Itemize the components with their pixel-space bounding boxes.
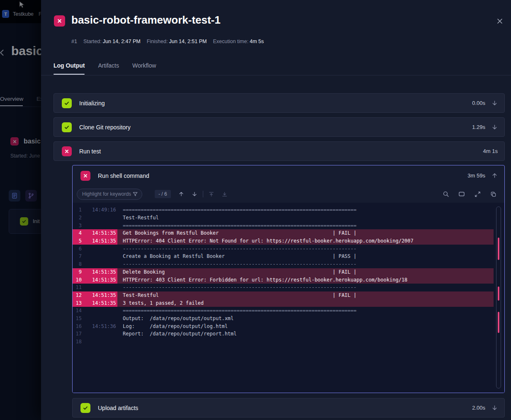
step-label: Clone Git repository bbox=[79, 124, 472, 131]
step-row-clone-git[interactable]: Clone Git repository 1.29s bbox=[54, 117, 505, 137]
fullscreen-icon[interactable] bbox=[473, 189, 482, 199]
expand-arrow-icon[interactable] bbox=[491, 100, 498, 107]
log-line: 914:51:35Delete Booking | FAIL | bbox=[73, 268, 494, 276]
panel-header[interactable]: Run shell command 3m 59s bbox=[73, 165, 504, 186]
success-status-icon bbox=[62, 98, 72, 108]
collapse-arrow-icon[interactable] bbox=[491, 172, 498, 179]
log-line: 2Test-Restful bbox=[73, 214, 494, 222]
success-status-icon bbox=[80, 403, 90, 413]
log-console: 114:49:16===============================… bbox=[73, 203, 504, 393]
step-duration: 1.29s bbox=[472, 124, 485, 130]
step-label: Upload artifacts bbox=[98, 405, 472, 411]
backdrop-overlay[interactable] bbox=[0, 0, 41, 420]
run-shell-command-panel: Run shell command 3m 59s - / 6 bbox=[72, 165, 505, 393]
log-line: 18 bbox=[73, 338, 494, 346]
log-line: 3=======================================… bbox=[73, 221, 494, 229]
error-scroll-marker bbox=[498, 238, 499, 260]
next-match-button[interactable] bbox=[190, 189, 199, 199]
step-duration: 3m 59s bbox=[467, 172, 485, 179]
tab-workflow[interactable]: Workflow bbox=[132, 62, 156, 75]
upload-artifacts-section: Upload artifacts 2.00s bbox=[72, 398, 505, 418]
log-toolbar: - / 6 bbox=[73, 186, 504, 202]
drawer-title: basic-robot-framework-test-1 bbox=[71, 14, 221, 27]
error-status-icon bbox=[80, 171, 90, 181]
error-status-icon bbox=[62, 146, 72, 156]
log-line: 1314:51:353 tests, 1 passed, 2 failed bbox=[73, 299, 494, 307]
log-lines: 114:49:16===============================… bbox=[73, 206, 494, 345]
log-line: 15Output: /data/repo/output/output.xml bbox=[73, 315, 494, 323]
step-label: Run shell command bbox=[98, 172, 467, 179]
log-line: 114:49:16===============================… bbox=[73, 206, 494, 214]
tabs-divider bbox=[41, 75, 511, 75]
execution-error-status-icon bbox=[54, 15, 65, 27]
step-duration: 4m 1s bbox=[483, 148, 498, 154]
log-line: 14======================================… bbox=[73, 307, 494, 315]
prev-match-button[interactable] bbox=[177, 189, 186, 199]
log-line: 17Report: /data/repo/output/report.html bbox=[73, 330, 494, 338]
log-line: 7Create a Booking at Restful Booker | PA… bbox=[73, 252, 494, 260]
step-duration: 2.00s bbox=[472, 405, 485, 411]
expand-arrow-icon[interactable] bbox=[491, 405, 498, 411]
log-line: 8---------------------------------------… bbox=[73, 260, 494, 268]
highlight-input[interactable] bbox=[82, 191, 132, 197]
error-scroll-marker bbox=[498, 286, 499, 301]
log-line: 6---------------------------------------… bbox=[73, 245, 494, 252]
tab-log-output[interactable]: Log Output bbox=[54, 62, 85, 75]
tab-artifacts[interactable]: Artifacts bbox=[98, 62, 119, 75]
match-counter: - / 6 bbox=[155, 190, 171, 198]
started-meta: Started:Jun 14, 2:47 PM bbox=[83, 39, 141, 44]
log-line: 414:51:35Get Bookings from Restful Booke… bbox=[73, 229, 494, 237]
wrap-lines-icon[interactable] bbox=[457, 189, 466, 199]
app-root: T Testkube F basic Overview Ex basic Sta… bbox=[0, 0, 511, 420]
execution-meta: #1 Started:Jun 14, 2:47 PM Finished:Jun … bbox=[71, 39, 264, 44]
log-line: 1214:51:35Test-Restful | FAIL | bbox=[73, 291, 494, 299]
highlight-keywords-input[interactable] bbox=[77, 189, 142, 200]
background-page: T Testkube F basic Overview Ex basic Sta… bbox=[0, 0, 41, 420]
step-row-run-test[interactable]: Run test 4m 1s bbox=[54, 141, 505, 161]
close-icon[interactable] bbox=[495, 17, 504, 26]
log-line: 11--------------------------------------… bbox=[73, 284, 494, 291]
step-list: Initializing 0.00s Clone Git repository … bbox=[54, 93, 505, 165]
step-row-upload-artifacts[interactable]: Upload artifacts 2.00s bbox=[72, 398, 505, 418]
log-line: 514:51:35HTTPError: 404 Client Error: No… bbox=[73, 237, 494, 245]
success-status-icon bbox=[62, 122, 72, 132]
scroll-to-bottom-button[interactable] bbox=[220, 189, 229, 199]
drawer-tabs: Log Output Artifacts Workflow bbox=[54, 62, 156, 75]
copy-icon[interactable] bbox=[489, 189, 498, 199]
step-label: Initializing bbox=[79, 100, 472, 107]
filter-icon[interactable] bbox=[132, 191, 138, 197]
step-row-initializing[interactable]: Initializing 0.00s bbox=[54, 93, 505, 113]
log-scrollbar[interactable] bbox=[496, 206, 501, 388]
log-line: 1014:51:35HTTPError: 403 Client Error: F… bbox=[73, 276, 494, 284]
expand-arrow-icon[interactable] bbox=[491, 124, 498, 131]
search-icon[interactable] bbox=[441, 189, 450, 199]
execution-number: #1 bbox=[71, 39, 77, 44]
execution-time-meta: Execution time:4m 5s bbox=[213, 39, 264, 44]
toolbar-divider bbox=[203, 191, 203, 197]
log-line: 1614:51:36Log: /data/repo/output/log.htm… bbox=[73, 322, 494, 330]
step-duration: 0.00s bbox=[472, 100, 485, 106]
error-scroll-marker bbox=[498, 312, 499, 333]
step-label: Run test bbox=[79, 148, 483, 155]
scroll-to-top-button[interactable] bbox=[207, 189, 216, 199]
finished-meta: Finished:Jun 14, 2:51 PM bbox=[147, 39, 207, 44]
execution-drawer: basic-robot-framework-test-1 #1 Started:… bbox=[41, 0, 511, 420]
